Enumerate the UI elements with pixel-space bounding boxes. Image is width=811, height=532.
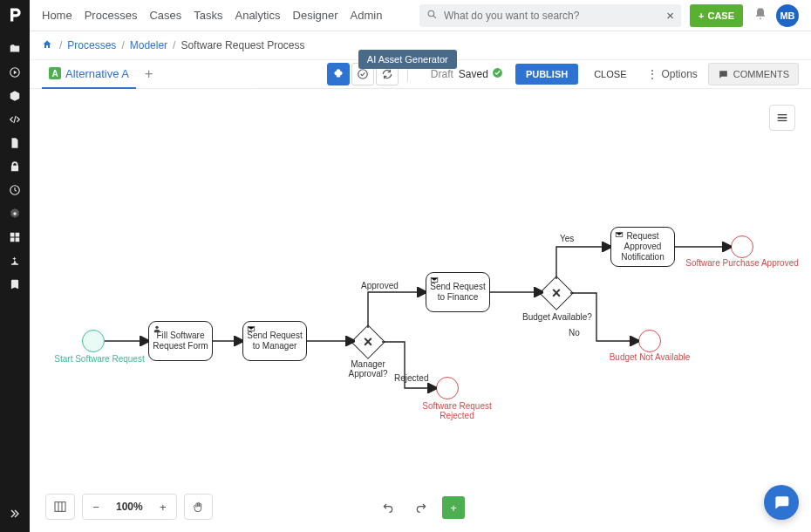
rail-box-icon[interactable] [0, 84, 30, 107]
edge-no-label: No [569, 328, 580, 338]
end-no-budget[interactable] [638, 330, 661, 352]
svg-point-4 [358, 70, 368, 79]
search-clear-icon[interactable]: × [666, 8, 674, 23]
rail-magic-icon[interactable] [0, 249, 30, 272]
notifications-icon[interactable] [753, 7, 767, 24]
undo-button[interactable] [376, 495, 400, 520]
crumb-current: Software Request Process [181, 39, 304, 51]
rail-gear-icon[interactable] [0, 201, 30, 225]
user-avatar[interactable]: MB [776, 4, 799, 27]
gateway2-label: Budget Available? [518, 312, 596, 322]
nav-home[interactable]: Home [42, 9, 72, 22]
edge-rejected-label: Rejected [394, 373, 428, 383]
tab-label: Alternative A [65, 67, 129, 80]
left-rail [0, 0, 30, 532]
nav-admin[interactable]: Admin [351, 9, 383, 22]
task-send-finance[interactable]: Send Request to Finance [426, 272, 490, 312]
comment-icon [718, 69, 729, 80]
top-nav: Home Processes Cases Tasks Analytics Des… [30, 0, 811, 31]
publish-button[interactable]: PUBLISH [515, 64, 578, 85]
ai-tooltip: AI Asset Generator [358, 50, 457, 69]
edge-approved-label: Approved [361, 281, 399, 290]
tab-badge: A [49, 67, 61, 79]
nav-analytics[interactable]: Analytics [235, 9, 280, 22]
bottom-toolbar: − 100% + [45, 494, 213, 520]
canvas-menu-button[interactable] [769, 105, 795, 131]
flow-edges [30, 89, 811, 525]
task-fill-form[interactable]: Fill Software Request Form [148, 321, 213, 361]
zoom-value: 100% [109, 501, 150, 513]
edge-yes-label: Yes [560, 234, 574, 243]
message-task-icon [615, 230, 624, 242]
minimap-button[interactable] [45, 494, 75, 520]
task-approved-notification[interactable]: Request Approved Notification [610, 227, 675, 267]
tab-alternative-a[interactable]: A Alternative A [42, 59, 136, 89]
svg-point-6 [155, 326, 158, 329]
rail-grid-icon[interactable] [0, 225, 30, 249]
zoom-out-button[interactable]: − [83, 501, 109, 514]
add-element-button[interactable]: + [442, 496, 465, 519]
rail-lock-icon[interactable] [0, 154, 30, 178]
task-send-manager[interactable]: Send Request to Manager [242, 321, 307, 361]
status-draft: Draft [431, 68, 453, 80]
rail-play-icon[interactable] [0, 60, 30, 84]
ai-generator-button[interactable] [327, 63, 350, 85]
message-task-icon [247, 324, 256, 336]
user-task-icon [153, 324, 161, 336]
global-search[interactable]: × [419, 4, 681, 27]
add-tab-button[interactable]: + [145, 66, 153, 82]
rail-clock-icon[interactable] [0, 178, 30, 201]
nav-cases[interactable]: Cases [149, 9, 181, 22]
tab-bar: A Alternative A + AI Asset Generator Cre… [30, 59, 811, 89]
modeler-canvas[interactable]: Start Software Request Fill Software Req… [30, 89, 811, 532]
rail-folder-icon[interactable] [0, 37, 30, 60]
rail-file-icon[interactable] [0, 131, 30, 154]
nav-designer[interactable]: Designer [293, 9, 338, 22]
plus-icon: + [699, 10, 704, 21]
comments-button[interactable]: COMMENTS [708, 63, 799, 85]
rail-expand-icon[interactable] [0, 501, 30, 525]
close-button[interactable]: CLOSE [585, 64, 635, 85]
svg-point-3 [428, 10, 434, 17]
rail-code-icon[interactable] [0, 107, 30, 131]
end-approved[interactable] [731, 235, 753, 258]
chat-fab[interactable] [764, 485, 799, 520]
pan-tool-button[interactable] [184, 494, 213, 520]
message-task-icon [430, 276, 439, 287]
start-event[interactable] [82, 330, 105, 352]
zoom-controls: − 100% + [82, 494, 177, 520]
crumb-modeler[interactable]: Modeler [130, 39, 167, 51]
zoom-in-button[interactable]: + [150, 501, 176, 514]
crumb-processes[interactable]: Processes [67, 39, 116, 51]
end-rejected[interactable] [436, 377, 459, 399]
end-rejected-label: Software Request Rejected [405, 401, 509, 420]
end-approved-label: Software Purchase Approved [685, 258, 799, 268]
home-icon[interactable] [42, 39, 52, 52]
status-saved: Saved [459, 68, 488, 80]
vdots-icon: ⋮ [647, 68, 658, 80]
gateway-budget[interactable]: × [539, 276, 574, 310]
nav-processes[interactable]: Processes [85, 9, 138, 22]
gateway-manager-approval[interactable]: × [351, 324, 385, 359]
nav-tasks[interactable]: Tasks [194, 9, 222, 22]
start-event-label: Start Software Request [47, 354, 152, 364]
svg-rect-10 [55, 502, 65, 512]
new-case-button[interactable]: +CASE [690, 4, 743, 27]
bottom-toolbar-center: + [376, 495, 465, 520]
end-no-budget-label: Budget Not Available [602, 352, 698, 362]
options-menu[interactable]: ⋮Options [647, 68, 697, 80]
search-input[interactable] [444, 10, 657, 22]
rail-book-icon[interactable] [0, 272, 30, 296]
redo-button[interactable] [409, 495, 433, 520]
saved-check-icon [492, 67, 503, 81]
search-icon [426, 9, 438, 23]
app-logo[interactable] [5, 5, 24, 24]
